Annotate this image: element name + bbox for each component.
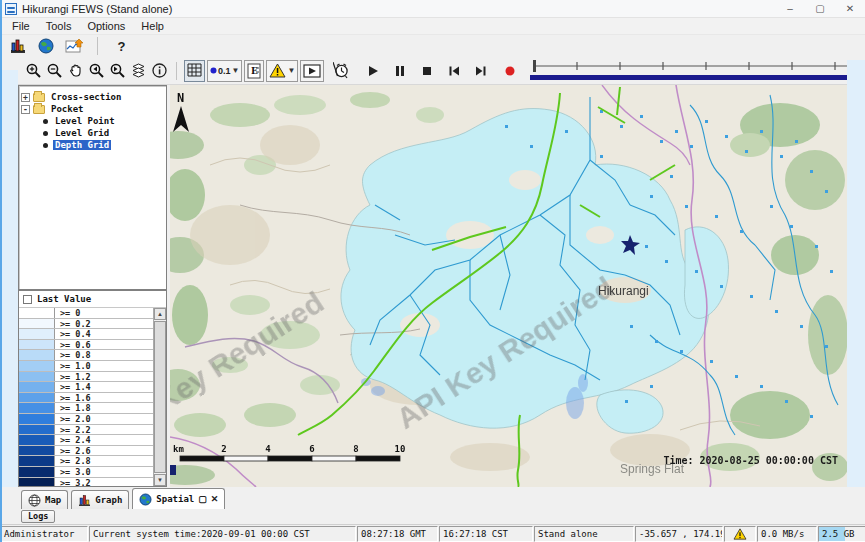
legend-row: >= 2.0 — [19, 414, 153, 425]
status-text: Administrator — [4, 529, 74, 539]
menu-options[interactable]: Options — [79, 20, 133, 32]
maximize-button[interactable]: ▢ — [805, 0, 835, 18]
last-value-checkbox[interactable] — [23, 295, 32, 304]
scroll-up-icon[interactable]: ▲ — [154, 308, 166, 320]
logs-row: Logs — [18, 509, 848, 524]
map-canvas[interactable]: API Key Required API Key Required N km 2… — [170, 85, 848, 487]
close-pane-icon[interactable]: ✕ — [211, 495, 219, 504]
tree-item-level-point[interactable]: Level Point — [21, 115, 164, 127]
title-bar: Hikurangi FEWS (Stand alone) – ▢ ✕ — [0, 0, 865, 18]
help-icon[interactable]: ? — [112, 37, 131, 56]
minimize-button[interactable]: – — [775, 0, 805, 18]
legend-swatch — [19, 435, 55, 445]
bar-chart-icon — [78, 494, 91, 507]
scale-tick-label: 4 — [265, 444, 271, 454]
zoom-previous-icon[interactable] — [87, 61, 106, 80]
database-viewer-icon[interactable] — [8, 37, 27, 56]
stop-icon[interactable] — [417, 61, 436, 80]
legend-row: >= 0.8 — [19, 350, 153, 361]
menu-help[interactable]: Help — [133, 20, 172, 32]
tree-item-level-grid[interactable]: Level Grid — [21, 127, 164, 139]
status-local-time: 16:27:18 CST — [439, 526, 533, 542]
class-interval-dropdown[interactable]: 0.1 ▼ — [207, 60, 242, 82]
svg-text:km: km — [173, 444, 184, 454]
status-text: 08:27:18 GMT — [361, 529, 426, 539]
tab-spatial[interactable]: Spatial ▢ ✕ — [132, 488, 225, 509]
bottom-tab-bar: Map Graph Spatial ▢ ✕ — [18, 488, 848, 509]
bullet-icon — [43, 131, 48, 136]
pan-hand-icon[interactable] — [66, 61, 85, 80]
status-text: -35.657 , 174.199 — [639, 529, 723, 539]
info-icon[interactable] — [150, 61, 169, 80]
tree-expander-icon[interactable]: - — [21, 105, 30, 114]
pause-icon[interactable] — [390, 61, 409, 80]
grid-display-button[interactable] — [184, 60, 205, 82]
legend-row: >= 1.4 — [19, 382, 153, 393]
scrollbar-thumb[interactable] — [154, 321, 166, 473]
slider-handle[interactable] — [533, 60, 536, 72]
record-icon[interactable] — [500, 61, 519, 80]
legend-row: >= 0.6 — [19, 340, 153, 351]
layers-icon[interactable] — [129, 61, 148, 80]
tree-item-pocket[interactable]: -Pocket — [21, 103, 164, 115]
folder-icon — [33, 93, 45, 102]
legend-row: >= 1.8 — [19, 403, 153, 414]
scroll-down-icon[interactable]: ▼ — [154, 474, 166, 486]
legend-row: >= 3.2 — [19, 478, 153, 487]
menu-tools[interactable]: Tools — [38, 20, 80, 32]
tab-graph[interactable]: Graph — [71, 490, 129, 509]
tree-item-depth-grid[interactable]: Depth Grid — [21, 139, 164, 151]
legend-row: >= 0.2 — [19, 319, 153, 330]
close-button[interactable]: ✕ — [835, 0, 865, 18]
tree-item-label: Depth Grid — [53, 140, 111, 150]
restore-pane-icon[interactable]: ▢ — [198, 495, 207, 504]
slider-range-bar — [530, 75, 865, 80]
legend-row: >= 0.4 — [19, 329, 153, 340]
warning-threshold-dropdown[interactable]: ▼ — [266, 60, 298, 82]
legend-label: >= 2.6 — [55, 446, 91, 456]
zoom-out-icon[interactable] — [45, 61, 64, 80]
bullet-icon — [43, 119, 48, 124]
status-mode: Stand alone — [534, 526, 634, 542]
legend-swatch — [19, 403, 55, 413]
toolbar-separator — [176, 62, 177, 80]
menu-file[interactable]: File — [4, 20, 38, 32]
logs-button[interactable]: Logs — [21, 510, 55, 523]
legend-swatch — [19, 372, 55, 382]
tree-item-cross-section[interactable]: +Cross-section — [21, 91, 164, 103]
skip-end-icon[interactable] — [471, 61, 490, 80]
play-icon[interactable] — [363, 61, 382, 80]
warning-triangle-icon — [733, 528, 747, 540]
scale-tick-label: 6 — [309, 444, 314, 454]
legend-scrollbar[interactable]: ▲ ▼ — [153, 308, 166, 486]
skip-start-icon[interactable] — [444, 61, 463, 80]
legend-label: >= 1.6 — [55, 393, 91, 403]
animation-display-button[interactable] — [300, 60, 324, 82]
tree-expander-icon[interactable]: + — [21, 93, 30, 102]
timeseries-dialog-icon[interactable] — [64, 37, 83, 56]
legend-label: >= 1.8 — [55, 403, 91, 413]
timer-icon[interactable] — [332, 61, 351, 80]
label-toggle-button[interactable]: E — [244, 60, 264, 82]
zoom-next-icon[interactable] — [108, 61, 127, 80]
status-text: 16:27:18 CST — [443, 529, 508, 539]
legend-label: >= 1.4 — [55, 382, 91, 392]
tab-map[interactable]: Map — [21, 490, 68, 509]
tree-item-label: Level Grid — [53, 128, 111, 138]
legend-panel: Last Value >= 0>= 0.2>= 0.4>= 0.6>= 0.8>… — [18, 290, 167, 487]
legend-row: >= 2.4 — [19, 435, 153, 446]
status-gmt-time: 08:27:18 GMT — [357, 526, 438, 542]
folder-icon — [33, 105, 45, 114]
legend-label: >= 0.4 — [55, 329, 91, 339]
time-slider[interactable] — [529, 59, 865, 83]
legend-swatch — [19, 467, 55, 477]
spatial-display-icon[interactable] — [36, 37, 55, 56]
scale-tick-label: 2 — [221, 444, 226, 454]
chevron-down-icon: ▼ — [232, 67, 240, 75]
legend-swatch — [19, 340, 55, 350]
legend-swatch — [19, 414, 55, 424]
status-system-time: Current system time:2020-09-01 00:00 CST — [89, 526, 356, 542]
legend-swatch — [19, 308, 55, 318]
status-text: Current system time:2020-09-01 00:00 CST — [93, 529, 310, 539]
zoom-in-icon[interactable] — [24, 61, 43, 80]
